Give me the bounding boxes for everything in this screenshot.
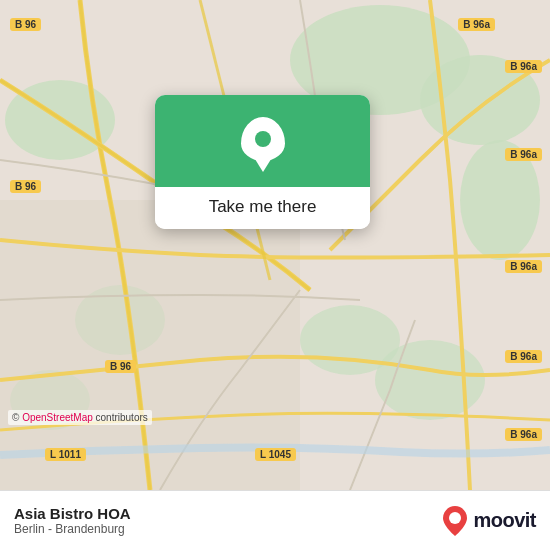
road-label-b96-mid: B 96 (10, 180, 41, 193)
pin-body (241, 117, 285, 161)
moovit-logo: moovit (441, 504, 536, 538)
svg-point-10 (449, 512, 461, 524)
road-label-b96-lower: B 96 (105, 360, 136, 373)
map-container: B 96 B 96 B 96 B 96a B 96a B 96a B 96a B… (0, 0, 550, 490)
road-label-l1045: L 1045 (255, 448, 296, 461)
road-label-b96a-5: B 96a (505, 350, 542, 363)
take-me-there-button[interactable]: Take me there (155, 187, 370, 229)
road-label-b96a-2: B 96a (505, 60, 542, 73)
osm-attribution: © OpenStreetMap contributors (8, 410, 152, 425)
road-label-b96a-4: B 96a (505, 260, 542, 273)
moovit-pin-icon (441, 504, 469, 538)
road-label-b96-top: B 96 (10, 18, 41, 31)
moovit-brand-text: moovit (473, 509, 536, 532)
location-pin-icon (241, 117, 285, 169)
pin-inner-dot (255, 131, 271, 147)
popup-card: Take me there (155, 95, 370, 229)
place-info: Asia Bistro HOA Berlin - Brandenburg (14, 505, 131, 536)
place-name: Asia Bistro HOA (14, 505, 131, 522)
bottom-bar: Asia Bistro HOA Berlin - Brandenburg moo… (0, 490, 550, 550)
road-label-b96a-3: B 96a (505, 148, 542, 161)
road-label-l1011: L 1011 (45, 448, 86, 461)
svg-point-7 (375, 340, 485, 420)
road-label-b96a-6: B 96a (505, 428, 542, 441)
road-label-b96a-1: B 96a (458, 18, 495, 31)
place-location: Berlin - Brandenburg (14, 522, 131, 536)
popup-green-area (155, 95, 370, 187)
